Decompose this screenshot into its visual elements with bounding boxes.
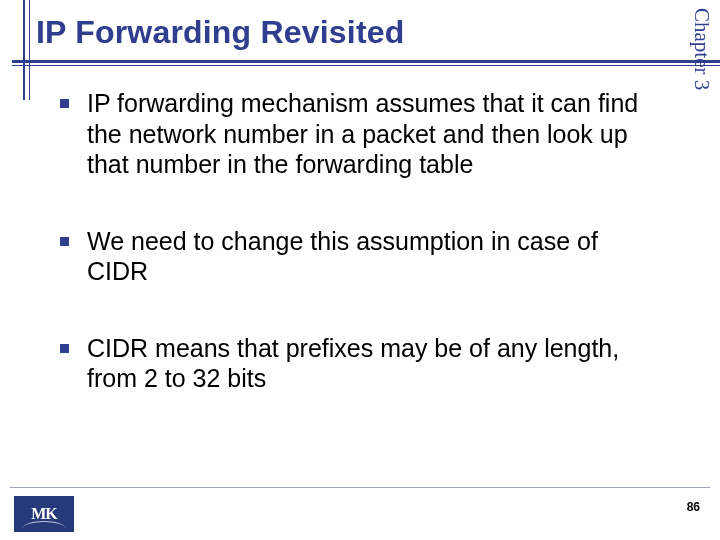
bullet-icon: [60, 99, 69, 108]
slide-header: IP Forwarding Revisited: [0, 0, 720, 70]
bullet-text: CIDR means that prefixes may be of any l…: [87, 333, 650, 394]
bullet-icon: [60, 237, 69, 246]
publisher-logo: MK: [14, 496, 74, 532]
chapter-label: Chapter 3: [689, 8, 714, 90]
list-item: CIDR means that prefixes may be of any l…: [60, 333, 650, 394]
slide-content: IP forwarding mechanism assumes that it …: [60, 88, 650, 440]
bullet-text: IP forwarding mechanism assumes that it …: [87, 88, 650, 180]
list-item: We need to change this assumption in cas…: [60, 226, 650, 287]
list-item: IP forwarding mechanism assumes that it …: [60, 88, 650, 180]
header-rule-thick: [12, 60, 720, 63]
page-number: 86: [687, 500, 700, 514]
header-rule-thin: [12, 65, 720, 66]
slide-title: IP Forwarding Revisited: [36, 14, 720, 51]
bullet-icon: [60, 344, 69, 353]
footer-rule: [10, 487, 710, 488]
bullet-text: We need to change this assumption in cas…: [87, 226, 650, 287]
logo-arc: [22, 521, 66, 529]
slide: IP Forwarding Revisited Chapter 3 IP for…: [0, 0, 720, 540]
